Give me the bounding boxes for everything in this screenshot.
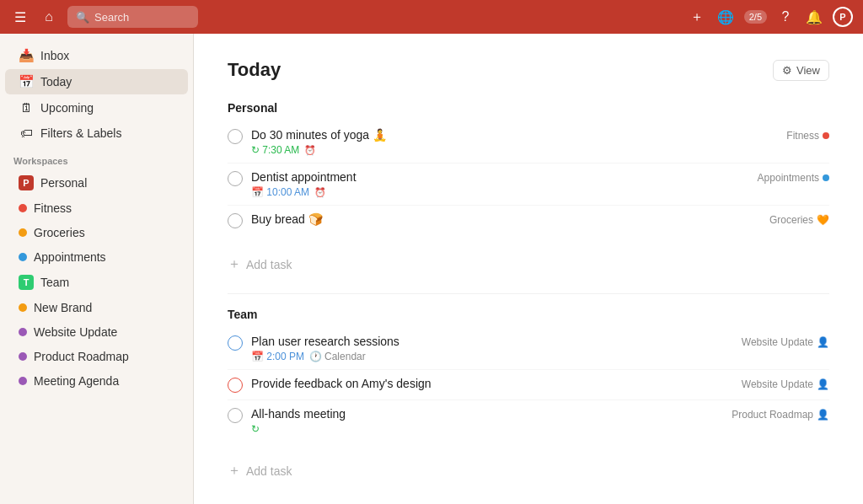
sidebar-item-product-roadmap-label: Product Roadmap (34, 350, 129, 363)
topbar-right: ＋ 🌐 2/5 ? 🔔 P (687, 7, 853, 27)
personal-task-list: Do 30 minutes of yoga 🧘 ↻ 7:30 AM ⏰ Fitn… (228, 121, 829, 235)
workspaces-label: Workspaces (0, 146, 193, 169)
sidebar-item-meeting-agenda[interactable]: Meeting Agenda (5, 369, 188, 393)
sidebar-item-upcoming-label: Upcoming (40, 101, 94, 115)
alarm-icon-yoga: ⏰ (304, 145, 316, 156)
task-label-text-bread: Groceries (769, 214, 813, 226)
sidebar-item-groceries[interactable]: Groceries (5, 221, 188, 244)
today-icon: 📅 (19, 74, 34, 89)
new-brand-dot-icon (19, 303, 27, 312)
sidebar-item-personal-label: Personal (40, 176, 87, 190)
section-divider (228, 293, 829, 294)
task-checkbox-yoga[interactable] (228, 129, 243, 144)
task-label-bread: Groceries 🧡 (769, 214, 829, 226)
task-label-user-research: Website Update 👤 (742, 336, 829, 348)
sidebar-item-website-update-label: Website Update (34, 325, 117, 339)
appointments-dot-icon (19, 253, 27, 261)
task-label-text-dentist: Appointments (758, 172, 819, 184)
calendar-clock-icon: 🕐 (309, 351, 322, 362)
task-label-yoga: Fitness (786, 130, 829, 142)
task-name-yoga: Do 30 minutes of yoga 🧘 (251, 128, 829, 142)
task-checkbox-user-research[interactable] (228, 335, 243, 351)
sidebar-item-new-brand[interactable]: New Brand (5, 296, 188, 319)
task-checkbox-dentist[interactable] (228, 171, 243, 186)
help-icon[interactable]: ? (775, 7, 796, 27)
home-icon[interactable]: ⌂ (39, 7, 59, 27)
team-add-task-button[interactable]: ＋ Add task (228, 455, 829, 486)
view-button[interactable]: ⚙ View (773, 60, 829, 81)
add-task-plus-icon: ＋ (228, 255, 241, 273)
search-bar[interactable]: 🔍 Search (67, 6, 198, 28)
fitness-dot-icon (19, 204, 27, 212)
personal-add-task-button[interactable]: ＋ Add task (228, 249, 829, 280)
add-icon[interactable]: ＋ (687, 7, 707, 27)
sidebar-item-fitness[interactable]: Fitness (5, 196, 188, 220)
circle-icon[interactable]: 🌐 (716, 7, 736, 27)
task-checkbox-allhands[interactable] (228, 408, 243, 423)
sidebar-item-personal[interactable]: P Personal (5, 170, 188, 196)
search-label: Search (94, 11, 129, 24)
view-filter-icon: ⚙ (782, 64, 792, 77)
sidebar-item-appointments[interactable]: Appointments (5, 245, 188, 269)
task-name-dentist: Dentist appointment (251, 170, 829, 184)
groceries-dot-icon (19, 228, 27, 237)
view-button-label: View (796, 64, 820, 77)
sidebar-item-website-update[interactable]: Website Update (5, 320, 188, 344)
task-label-feedback: Website Update 👤 (742, 378, 829, 390)
page-title: Today (228, 59, 281, 81)
task-label-text-feedback: Website Update (742, 378, 813, 390)
task-time-dentist: 📅 10:00 AM (251, 186, 309, 198)
fitness-label-dot (823, 132, 829, 139)
sidebar-item-groceries-label: Groceries (34, 226, 85, 239)
team-section-header: Team (228, 308, 829, 324)
sidebar-item-team-label: Team (40, 276, 69, 289)
alarm-icon-dentist: ⏰ (314, 187, 326, 198)
team-add-task-label: Add task (246, 464, 292, 478)
product-roadmap-person-icon: 👤 (817, 409, 829, 421)
task-time-allhands: ↻ (251, 423, 260, 435)
groceries-label-icon: 🧡 (817, 214, 829, 226)
upcoming-icon: 🗓 (19, 100, 34, 115)
task-body-yoga: Do 30 minutes of yoga 🧘 ↻ 7:30 AM ⏰ (251, 128, 829, 156)
team-task-list: Plan user research sessions 📅 2:00 PM 🕐 … (228, 328, 829, 442)
task-meta-dentist: 📅 10:00 AM ⏰ (251, 186, 829, 198)
task-meta-allhands: ↻ (251, 423, 829, 435)
sidebar-item-inbox-label: Inbox (40, 49, 69, 62)
meeting-agenda-dot-icon (19, 377, 27, 385)
personal-letter-icon: P (19, 175, 34, 190)
main-layout: 📥 Inbox 📅 Today 🗓 Upcoming 🏷 Filters & L… (0, 34, 863, 504)
topbar: ☰ ⌂ 🔍 Search ＋ 🌐 2/5 ? 🔔 P (0, 0, 863, 34)
sidebar-item-inbox[interactable]: 📥 Inbox (5, 43, 188, 68)
task-body-dentist: Dentist appointment 📅 10:00 AM ⏰ (251, 170, 829, 198)
sidebar-item-product-roadmap[interactable]: Product Roadmap (5, 345, 188, 368)
sidebar: 📥 Inbox 📅 Today 🗓 Upcoming 🏷 Filters & L… (0, 34, 194, 504)
sidebar-item-upcoming[interactable]: 🗓 Upcoming (5, 95, 188, 120)
team-letter-icon: T (19, 275, 34, 290)
bell-icon[interactable]: 🔔 (804, 7, 824, 27)
sidebar-item-today[interactable]: 📅 Today (5, 69, 188, 94)
sidebar-item-fitness-label: Fitness (34, 201, 72, 215)
avatar[interactable]: P (833, 7, 853, 27)
sidebar-item-appointments-label: Appointments (34, 250, 106, 264)
main-content: Today ⚙ View Personal Do 30 minutes of y… (194, 34, 863, 504)
personal-section-header: Personal (228, 101, 829, 118)
task-checkbox-feedback[interactable] (228, 378, 243, 393)
sidebar-item-filters-label: Filters & Labels (40, 126, 121, 140)
task-item: Provide feedback on Amy's design Website… (228, 370, 829, 400)
task-item: Dentist appointment 📅 10:00 AM ⏰ Appoint… (228, 164, 829, 206)
menu-icon[interactable]: ☰ (10, 7, 30, 27)
website-update-person-icon-2: 👤 (817, 378, 829, 390)
task-label-text-allhands: Product Roadmap (732, 409, 813, 421)
sidebar-item-team[interactable]: T Team (5, 270, 188, 295)
inbox-icon: 📥 (19, 48, 34, 63)
task-item: Plan user research sessions 📅 2:00 PM 🕐 … (228, 328, 829, 370)
filters-icon: 🏷 (19, 126, 34, 140)
product-roadmap-dot-icon (19, 352, 27, 361)
sidebar-item-new-brand-label: New Brand (34, 301, 92, 314)
task-item: Buy bread 🍞 Groceries 🧡 (228, 206, 829, 235)
task-item: Do 30 minutes of yoga 🧘 ↻ 7:30 AM ⏰ Fitn… (228, 121, 829, 164)
task-checkbox-bread[interactable] (228, 213, 243, 228)
sidebar-item-filters[interactable]: 🏷 Filters & Labels (5, 121, 188, 145)
calendar-label-user-research: 🕐 Calendar (309, 351, 366, 362)
karma-badge[interactable]: 2/5 (744, 10, 767, 24)
